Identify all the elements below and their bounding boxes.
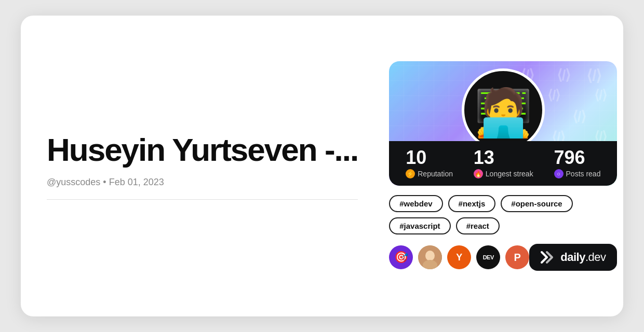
stat-streak: 13 🔥 Longest streak (474, 148, 533, 178)
wm4: ⟨/⟩ (594, 87, 607, 103)
bottom-row: 🎯 Y DEV P (389, 244, 617, 271)
wm5: ⟨/⟩ (547, 87, 560, 103)
user-handle: @yusscodes (47, 177, 100, 187)
tag-nextjs[interactable]: #nextjs (448, 195, 496, 212)
social-icon-dev[interactable]: DEV (476, 245, 500, 269)
user-join-date: Feb 01, 2023 (109, 177, 164, 187)
streak-icon: 🔥 (474, 169, 483, 178)
reputation-label: ⚡ Reputation (406, 169, 453, 178)
avatar: 🧑‍💻 (462, 68, 545, 151)
streak-label: 🔥 Longest streak (474, 169, 533, 178)
tags-row: #webdev #nextjs #open-source #javascript… (389, 195, 617, 234)
tag-react[interactable]: #react (456, 217, 500, 234)
social-icon-photo[interactable] (418, 245, 442, 269)
brand-chevron-icon (541, 250, 557, 265)
tag-open-source[interactable]: #open-source (501, 195, 572, 212)
left-panel: Huseyin Yurtseven -... @yusscodes • Feb … (47, 132, 358, 200)
photo-svg (418, 245, 442, 269)
brand-name: daily.dev (560, 251, 606, 264)
meta-separator: • (103, 177, 109, 187)
brand-logo: daily.dev (541, 250, 606, 265)
divider (47, 199, 358, 200)
avatar-emoji: 🧑‍💻 (474, 89, 532, 136)
profile-header: ⟨/⟩ ⟨/⟩ ⟨/⟩ ⟨/⟩ ⟨/⟩ ⟨/⟩ ⟨/⟩ ⟨/⟩ 🧑‍💻 10 ⚡ (389, 61, 617, 186)
streak-value: 13 (474, 148, 494, 167)
stat-posts-read: 796 ○ Posts read (554, 148, 601, 178)
brand-name-light: .dev (585, 251, 606, 264)
stat-reputation: 10 ⚡ Reputation (406, 148, 453, 178)
posts-read-icon: ○ (554, 169, 564, 178)
right-panel: ⟨/⟩ ⟨/⟩ ⟨/⟩ ⟨/⟩ ⟨/⟩ ⟨/⟩ ⟨/⟩ ⟨/⟩ 🧑‍💻 10 ⚡ (389, 36, 617, 296)
wm1: ⟨/⟩ (586, 66, 601, 85)
svg-point-1 (425, 251, 435, 261)
user-name: Huseyin Yurtseven -... (47, 132, 358, 168)
tag-javascript[interactable]: #javascript (389, 217, 450, 234)
reputation-icon: ⚡ (406, 169, 415, 178)
brand-name-bold: daily (560, 251, 585, 264)
social-icon-target[interactable]: 🎯 (389, 245, 413, 269)
social-icon-y[interactable]: Y (447, 245, 471, 269)
wm2: ⟨/⟩ (557, 66, 571, 84)
profile-card: Huseyin Yurtseven -... @yusscodes • Feb … (21, 16, 623, 316)
posts-read-value: 796 (554, 148, 585, 167)
stats-bar: 10 ⚡ Reputation 13 🔥 Longest streak 796 (389, 141, 617, 186)
wm6: ⟨/⟩ (572, 108, 586, 125)
tag-webdev[interactable]: #webdev (389, 195, 442, 212)
brand-box: daily.dev (529, 244, 617, 271)
reputation-value: 10 (406, 148, 426, 167)
social-icons: 🎯 Y DEV P (389, 245, 529, 269)
user-meta: @yusscodes • Feb 01, 2023 (47, 177, 358, 188)
social-icon-product[interactable]: P (505, 245, 529, 269)
posts-read-label: ○ Posts read (554, 169, 601, 178)
